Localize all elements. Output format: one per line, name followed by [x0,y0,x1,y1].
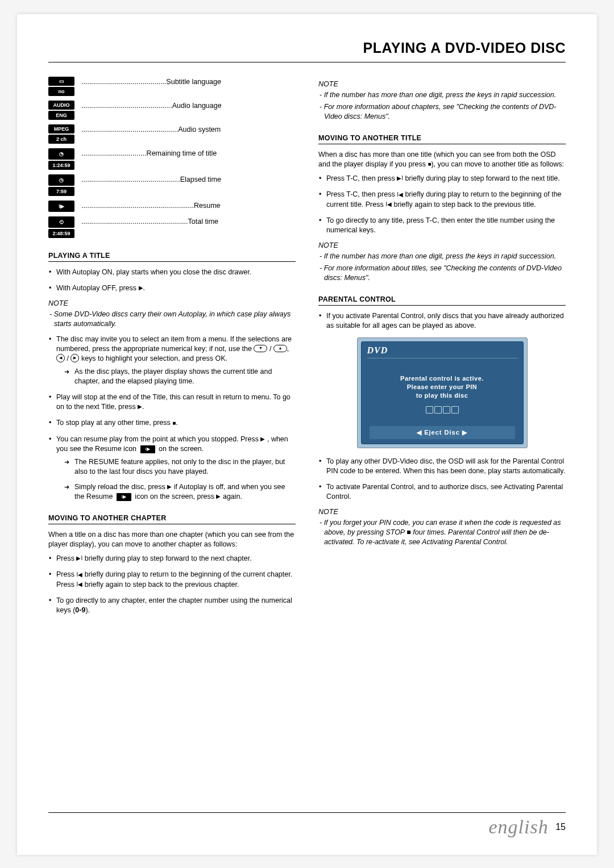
legend-label: Subtitle language [166,78,221,86]
right-column: NOTE - If the number has more than one d… [318,77,566,621]
section-heading-parental: PARENTAL CONTROL [318,295,566,306]
list-item: With Autoplay OFF, press ▶. [48,283,296,293]
note-heading: NOTE [48,299,296,307]
paragraph: When a title on a disc has more than one… [48,530,296,549]
osd-dialog: DVD Parental control is active. Please e… [357,337,528,448]
list-item: To go directly to any title, press T-C, … [318,216,566,235]
list-item: If you activate Parental Control, only d… [318,311,566,331]
note-body: - If you forget your PIN code, you can e… [318,518,566,547]
resume-icon: I▶ [48,201,74,212]
note-heading: NOTE [318,80,566,88]
stop-icon: ■ [172,420,176,426]
legend-label: Total time [188,218,219,226]
elapsed-icon: ◷ [48,174,74,186]
dvd-logo: DVD [362,342,523,361]
note-heading: NOTE [318,508,566,516]
list-item: You can resume play from the point at wh… [48,435,296,502]
prev-icon: I◀ [385,201,392,207]
footer-language: english [489,816,549,837]
sub-item: As the disc plays, the player display sh… [64,367,296,386]
page-title: PLAYING A DVD-VIDEO DISC [48,40,566,56]
resume-chip-icon: I▶ [117,493,131,501]
right-button-icon: ▶ [70,354,79,362]
section-heading-moving-chapter: MOVING TO ANOTHER CHAPTER [48,514,296,524]
legend-label: Audio language [172,102,222,110]
play-icon: ▶ [138,403,142,410]
play-icon: ▶ [216,493,221,499]
total-icon: ⏲ [48,216,74,228]
legend-label: Audio system [178,126,221,133]
paragraph: When a disc has more than one title (whi… [318,150,566,169]
page-footer: english 15 [48,812,566,838]
manual-page: PLAYING A DVD-VIDEO DISC ▭no............… [17,14,597,855]
audio-icon: AUDIO [48,101,74,110]
section-heading-moving-title: MOVING TO ANOTHER TITLE [318,134,566,144]
list-item: Press I◀ briefly during play to return t… [48,570,296,589]
list-item: To go directly to any chapter, enter the… [48,596,296,615]
note-body: - If the number has more than one digit,… [318,252,566,283]
play-icon: ▶ [139,285,143,291]
next-icon: ▶I [76,555,82,561]
osd-message: Parental control is active. Please enter… [362,361,523,403]
note-body: - If the number has more than one digit,… [318,90,566,122]
play-icon: ▶ [260,436,265,442]
list-item: Press T-C, then press ▶I briefly during … [318,174,566,183]
sub-item: Simply reload the disc, press ▶ if Autop… [64,482,296,502]
left-column: ▭no.....................................… [48,77,296,621]
resume-chip-icon: I▶ [140,445,155,453]
sub-item: The RESUME feature applies, not only to … [64,457,296,477]
osd-eject-bar[interactable]: ◀ Eject Disc ▶ [370,426,515,439]
stop-icon: ■ [428,161,431,167]
prev-icon: I◀ [76,581,82,587]
list-item: To play any other DVD-Video disc, the OS… [318,457,566,476]
play-icon: ▶ [167,483,172,490]
left-button-icon: ◀ [56,354,65,362]
page-header: PLAYING A DVD-VIDEO DISC [48,40,566,62]
mpeg-icon: MPEG [48,124,74,133]
list-item: To activate Parental Control, and to aut… [318,482,566,502]
section-heading-playing-title: PLAYING A TITLE [48,252,296,262]
down-button-icon: ▼ [254,345,267,352]
legend-label: Elapsed time [180,176,221,183]
prev-icon: I◀ [76,571,82,578]
legend-label: Remaining time of title [147,149,217,157]
osd-icon-legend: ▭no.....................................… [48,77,296,239]
osd-pin-fields[interactable] [362,406,523,416]
list-item: To stop play at any other time, press ■. [48,418,296,428]
list-item: Press ▶I briefly during play to step for… [48,554,296,564]
note-heading: NOTE [318,241,566,249]
subtitle-icon: ▭ [48,77,74,86]
list-item: The disc may invite you to select an ite… [48,335,296,386]
page-number: 15 [555,822,566,832]
prev-icon: I◀ [397,191,403,198]
list-item: Play will stop at the end of the Title, … [48,393,296,412]
note-body: - Some DVD-Video discs carry their own A… [48,310,296,329]
legend-label: Resume [194,202,221,210]
remaining-icon: ◔ [48,148,74,160]
up-button-icon: ▲ [273,345,287,352]
list-item: With Autoplay ON, play starts when you c… [48,268,296,277]
stop-icon: ■ [406,528,411,536]
list-item: Press T-C, then press I◀ briefly during … [318,190,566,209]
next-icon: ▶I [397,175,403,181]
